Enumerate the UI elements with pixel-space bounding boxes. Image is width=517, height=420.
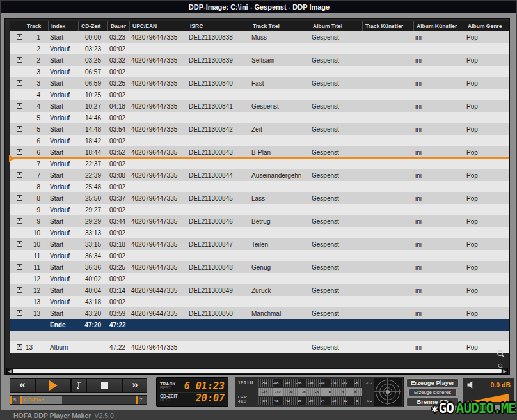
cell-index: Start bbox=[48, 218, 78, 225]
cell-dauer: 00:02 bbox=[107, 114, 129, 121]
table-row[interactable]: 8Start25:5003:374020796447335DEL21130084… bbox=[10, 192, 509, 204]
loudness-range-meter: -15-12-9-6-3036 bbox=[258, 388, 362, 396]
save-icon bbox=[17, 34, 22, 40]
table-row[interactable]: 4Start10:2704:184020796447335DEL21130084… bbox=[10, 100, 509, 112]
stop-icon bbox=[101, 382, 108, 389]
table-row[interactable]: 10Start33:1503:184020796447335DEL2113008… bbox=[10, 238, 509, 250]
cell-album-titel: Gespenst bbox=[310, 287, 362, 294]
cell-track: 10 bbox=[24, 229, 48, 237]
app-window: DDP-Image: C:\ini - Gespenst - DDP Image… bbox=[0, 0, 517, 420]
cell-album-genre: Pop bbox=[465, 149, 513, 156]
create-player-button[interactable]: Erzeuge Player bbox=[406, 378, 459, 387]
table-row[interactable]: 11Vorlauf36:3400:02 bbox=[10, 250, 509, 261]
cell-track-titel: Zeit bbox=[250, 126, 310, 133]
table-row[interactable]: 9Vorlauf29:2700:02 bbox=[10, 204, 509, 215]
next-track-segment[interactable]: 7 bbox=[138, 396, 147, 404]
fast-forward-button[interactable]: » bbox=[123, 379, 147, 392]
stop-button[interactable] bbox=[87, 379, 122, 392]
rewind-button[interactable]: « bbox=[10, 379, 35, 392]
header-cell-index: Index bbox=[48, 21, 78, 31]
table-row[interactable]: 12Start40:0403:144020796447335DEL2113008… bbox=[10, 284, 509, 296]
cell-album-titel: Gespenst bbox=[310, 149, 362, 156]
scroll-left-icon[interactable]: ◀ bbox=[7, 368, 12, 374]
cell-dauer: 03:44 bbox=[107, 218, 129, 225]
cell-album-kuenstler: ini bbox=[413, 218, 465, 225]
table-row[interactable]: 2Vorlauf03:2300:02 bbox=[10, 43, 509, 54]
table-row[interactable]: 13Vorlauf43:1800:02 bbox=[10, 296, 509, 307]
current-track-segment[interactable]: 6 B-Plan bbox=[20, 396, 138, 404]
cell-dauer: 00:02 bbox=[107, 229, 129, 237]
table-row[interactable]: 6Start18:4403:524020796447335DEL21130084… bbox=[10, 146, 509, 158]
table-row[interactable]: 7Vorlauf22:3700:02 bbox=[10, 158, 509, 169]
table-row[interactable]: 7Start22:3903:084020796447335DEL21130084… bbox=[10, 169, 509, 181]
cell-album-genre: Pop bbox=[465, 195, 513, 202]
table-row[interactable]: 5Start14:4803:544020796447335DEL21130084… bbox=[10, 123, 509, 135]
cell-cd-zeit: 40:02 bbox=[78, 276, 107, 283]
app-name: HOFA DDP Player Maker bbox=[13, 412, 91, 419]
create-safe-image-button[interactable]: Erzeuge sicheres Image bbox=[408, 389, 456, 396]
save-icon bbox=[17, 103, 22, 109]
cell-index: Vorlauf bbox=[48, 160, 78, 167]
cell-cd-zeit: 03:25 bbox=[78, 57, 107, 64]
cell-dauer: 03:08 bbox=[107, 172, 129, 179]
table-row[interactable]: 2Start03:2503:324020796447335DEL21130083… bbox=[10, 54, 509, 66]
cell-dauer: 00:02 bbox=[107, 276, 129, 283]
play-button[interactable] bbox=[36, 379, 70, 392]
table-row-album[interactable]: 13Album47:224020796447335GespenstiniPop bbox=[10, 341, 509, 353]
cell-track: 6 bbox=[24, 149, 48, 156]
track-progress-strip[interactable]: 5 6 B-Plan 7 bbox=[10, 395, 147, 405]
cell-track-titel: Manchmal bbox=[250, 310, 310, 317]
scrollbar-thumb[interactable] bbox=[13, 369, 502, 373]
previous-track-segment[interactable]: 5 bbox=[10, 396, 20, 404]
table-row[interactable]: 11Start36:3603:254020796447335DEL2113008… bbox=[10, 261, 509, 273]
table-row[interactable]: 9Start29:2903:444020796447335DEL21130084… bbox=[10, 215, 509, 227]
cell-index: Start bbox=[48, 103, 78, 110]
table-row[interactable]: 12Vorlauf40:0200:02 bbox=[10, 273, 509, 284]
cell-isrc: DEL211300841 bbox=[187, 103, 250, 110]
cue-marker-button[interactable] bbox=[72, 379, 86, 392]
cell-track: 11 bbox=[24, 264, 48, 271]
table-row[interactable]: 3Start06:5903:254020796447335DEL21130084… bbox=[10, 77, 509, 89]
table-row[interactable]: 5Vorlauf14:4600:02 bbox=[10, 112, 509, 123]
cell-track: 9 bbox=[24, 206, 48, 214]
cell-upc: 4020796447335 bbox=[129, 241, 187, 248]
cell-dauer: 00:02 bbox=[107, 183, 129, 191]
table-row-ende[interactable]: Ende47:2047:22 bbox=[10, 319, 509, 331]
table-row[interactable]: 6Vorlauf18:4200:02 bbox=[10, 135, 509, 146]
track-table-panel: TrackIndexCD-ZeitDauerUPC/EANISRCTrack T… bbox=[4, 18, 510, 375]
cell-isrc: DEL211300838 bbox=[187, 34, 250, 41]
zoom-in-icon[interactable] bbox=[497, 350, 505, 359]
cell-album-genre: Pop bbox=[465, 264, 513, 271]
table-row[interactable]: 3Vorlauf06:5700:02 bbox=[10, 66, 509, 77]
track-time-value: 01:23 bbox=[196, 380, 225, 392]
table-row[interactable]: 10Vorlauf33:1300:02 bbox=[10, 227, 509, 238]
cell-track: 12 bbox=[24, 276, 48, 283]
cell-track: 9 bbox=[24, 218, 48, 225]
save-icon bbox=[17, 126, 22, 132]
horizontal-scrollbar[interactable]: ◀ ▶ bbox=[6, 368, 508, 375]
cell-isrc: DEL211300839 bbox=[187, 57, 250, 64]
cell-album-kuenstler: ini bbox=[413, 172, 465, 179]
table-row[interactable]: 1Start00:0003:234020796447335DEL21130083… bbox=[10, 31, 509, 43]
app-version: V2.5.0 bbox=[94, 412, 113, 419]
cell-index: Start bbox=[48, 264, 78, 271]
cell-cd-zeit: 18:42 bbox=[78, 137, 107, 144]
table-row[interactable]: 13Start43:2003:594020796447335DEL2113008… bbox=[10, 307, 509, 319]
cell-index: Start bbox=[48, 34, 78, 41]
cell-track-titel: Fast bbox=[250, 80, 310, 87]
peak-right-value: -0.2 bbox=[362, 399, 372, 403]
cell-track-titel: Betrug bbox=[250, 218, 310, 225]
cell-cd-zeit: 36:36 bbox=[78, 264, 107, 271]
table-row[interactable]: 4Vorlauf10:2500:02 bbox=[10, 89, 509, 100]
cell-upc: 4020796447335 bbox=[129, 218, 187, 225]
cell-album-kuenstler: ini bbox=[413, 103, 465, 110]
cell-cd-zeit: 10:25 bbox=[78, 91, 107, 98]
cell-album-kuenstler: ini bbox=[413, 57, 465, 64]
table-row[interactable]: 8Vorlauf25:4800:02 bbox=[10, 181, 509, 192]
save-icon bbox=[17, 241, 22, 247]
cell-track-titel: Teilen bbox=[250, 241, 310, 248]
cell-album-kuenstler: ini bbox=[413, 80, 465, 87]
cell-dauer: 03:25 bbox=[107, 80, 129, 87]
scroll-right-icon[interactable]: ▶ bbox=[502, 368, 507, 374]
cell-icon bbox=[15, 103, 24, 110]
